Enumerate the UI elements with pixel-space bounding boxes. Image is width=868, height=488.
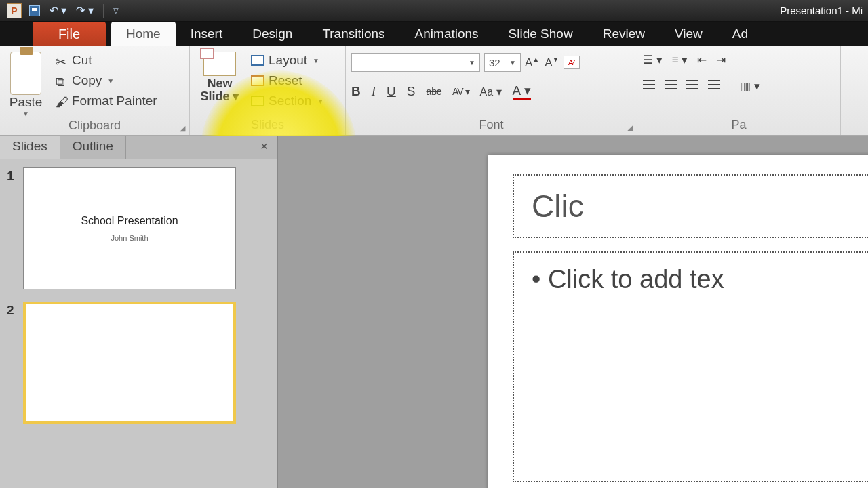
thumbnail-slide-1[interactable]: School Presentation John Smith xyxy=(23,167,236,289)
clear-formatting-button[interactable]: A⁄ xyxy=(564,56,580,69)
strikethrough-button[interactable]: abc xyxy=(426,86,441,97)
ribbon: Paste ▼ ✂ Cut ⧉ Copy ▼ 🖌 Format Painter xyxy=(0,46,868,136)
qat-save-button[interactable] xyxy=(29,5,40,16)
paste-label: Paste xyxy=(5,95,46,110)
clipboard-dialog-launcher[interactable]: ◢ xyxy=(180,124,185,133)
thumbnail-slide-2[interactable] xyxy=(23,302,236,424)
layout-icon xyxy=(251,55,264,66)
tab-addins[interactable]: Ad xyxy=(717,22,763,46)
content-placeholder-text: Click to add tex xyxy=(532,265,868,468)
tab-home[interactable]: Home xyxy=(111,22,176,46)
columns-button[interactable]: ▥ ▾ xyxy=(740,79,760,94)
qat-customize-button[interactable]: ▽ xyxy=(113,7,119,14)
cut-label: Cut xyxy=(72,53,92,68)
slides-outline-panel: Slides Outline × 1 School Presentation J… xyxy=(0,136,278,488)
ribbon-tab-row: File Home Insert Design Transitions Anim… xyxy=(0,22,868,46)
italic-button[interactable]: I xyxy=(372,84,376,99)
layout-label: Layout xyxy=(269,53,307,68)
decrease-indent-button[interactable]: ⇤ xyxy=(697,53,707,67)
tab-review[interactable]: Review xyxy=(588,22,660,46)
align-left-button[interactable] xyxy=(643,79,655,94)
clipboard-group-label: Clipboard ◢ xyxy=(5,117,184,136)
font-dialog-launcher[interactable]: ◢ xyxy=(627,123,633,132)
increase-indent-button[interactable]: ⇥ xyxy=(716,53,726,67)
tab-view[interactable]: View xyxy=(660,22,717,46)
scissors-icon: ✂ xyxy=(56,54,68,66)
grow-font-button[interactable]: A▲ xyxy=(525,56,539,70)
bold-button[interactable]: B xyxy=(351,84,361,99)
title-placeholder-text: Clic xyxy=(532,188,868,224)
paste-icon xyxy=(10,52,41,95)
tab-transitions[interactable]: Transitions xyxy=(307,22,399,46)
paragraph-group-label: Pa xyxy=(643,117,835,135)
tab-file[interactable]: File xyxy=(33,22,106,46)
thumbnail-title: School Presentation xyxy=(81,215,178,227)
change-case-button[interactable]: Aa ▾ xyxy=(480,85,502,98)
slides-group-label: Slides xyxy=(195,117,340,135)
text-shadow-button[interactable]: S xyxy=(407,84,416,99)
numbering-button[interactable]: ≡ ▾ xyxy=(672,53,688,67)
new-slide-icon xyxy=(203,52,236,76)
copy-icon: ⧉ xyxy=(56,75,68,87)
reset-icon xyxy=(251,75,264,86)
tab-design[interactable]: Design xyxy=(237,22,307,46)
layout-button[interactable]: Layout ▼ xyxy=(248,52,326,69)
panel-tab-outline[interactable]: Outline xyxy=(60,136,126,159)
slide-canvas[interactable]: Clic Click to add tex xyxy=(488,155,868,488)
shrink-font-button[interactable]: A▼ xyxy=(545,56,559,70)
section-icon xyxy=(251,96,264,106)
bullets-button[interactable]: ☰ ▾ xyxy=(643,53,663,67)
font-size-value: 32 xyxy=(489,57,500,68)
font-size-combo[interactable]: 32 ▼ xyxy=(484,53,521,72)
thumbnail-subtitle: John Smith xyxy=(111,234,148,242)
reset-button[interactable]: Reset xyxy=(248,72,326,89)
format-painter-button[interactable]: 🖌 Format Painter xyxy=(53,92,160,110)
thumbnail-row[interactable]: 2 xyxy=(7,302,271,424)
slide-editor[interactable]: Clic Click to add tex xyxy=(278,136,868,488)
font-family-combo[interactable]: ▼ xyxy=(351,53,480,72)
panel-close-button[interactable]: × xyxy=(251,136,277,159)
thumbnail-row[interactable]: 1 School Presentation John Smith xyxy=(7,167,271,289)
tab-slideshow[interactable]: Slide Show xyxy=(494,22,588,46)
align-center-button[interactable] xyxy=(665,79,677,94)
new-slide-button[interactable]: NewSlide ▾ xyxy=(195,49,244,103)
tab-insert[interactable]: Insert xyxy=(176,22,238,46)
content-placeholder[interactable]: Click to add tex xyxy=(513,251,868,482)
workspace: Slides Outline × 1 School Presentation J… xyxy=(0,136,868,488)
align-justify-button[interactable] xyxy=(708,79,720,94)
title-placeholder[interactable]: Clic xyxy=(513,174,868,238)
underline-button[interactable]: U xyxy=(387,84,396,99)
app-icon: P xyxy=(7,3,22,18)
slide-thumbnails: 1 School Presentation John Smith 2 xyxy=(0,159,277,444)
font-group-label: Font ◢ xyxy=(351,117,631,135)
cut-button[interactable]: ✂ Cut xyxy=(53,52,160,69)
reset-label: Reset xyxy=(269,73,302,88)
section-button[interactable]: Section ▼ xyxy=(248,92,326,110)
align-right-button[interactable] xyxy=(686,79,698,94)
font-color-button[interactable]: A ▾ xyxy=(513,83,531,100)
format-painter-label: Format Painter xyxy=(72,94,157,108)
panel-tab-slides[interactable]: Slides xyxy=(0,136,60,159)
thumbnail-number: 2 xyxy=(7,302,23,424)
paintbrush-icon: 🖌 xyxy=(56,95,68,107)
tab-animations[interactable]: Animations xyxy=(400,22,494,46)
qat-undo-button[interactable]: ↶ ▾ xyxy=(50,4,66,17)
copy-button[interactable]: ⧉ Copy ▼ xyxy=(53,72,160,89)
thumbnail-number: 1 xyxy=(7,167,23,289)
window-title: Presentation1 - Mi xyxy=(119,5,868,16)
copy-label: Copy xyxy=(72,73,102,88)
qat-redo-button[interactable]: ↷ ▾ xyxy=(76,4,93,17)
paste-button[interactable]: Paste ▼ xyxy=(5,49,46,117)
section-label: Section xyxy=(269,94,311,108)
char-spacing-button[interactable]: AV ▾ xyxy=(452,86,469,97)
